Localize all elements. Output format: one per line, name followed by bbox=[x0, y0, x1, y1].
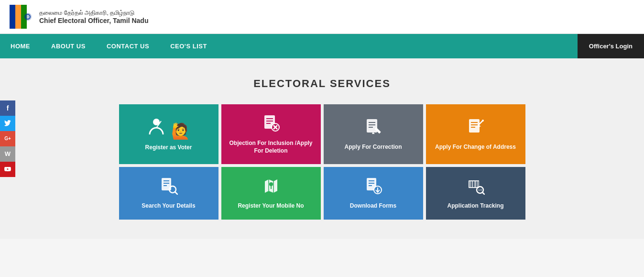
nav-ceos-list[interactable]: CEO'S LIST bbox=[160, 34, 218, 58]
svg-line-51 bbox=[482, 192, 484, 194]
application-tracking-label: Application Tracking bbox=[447, 202, 503, 210]
googleplus-icon[interactable]: G+ bbox=[0, 131, 15, 146]
apply-correction-label: Apply For Correction bbox=[344, 144, 402, 151]
nav-links-group: HOME ABOUT US CONTACT US CEO'S LIST bbox=[0, 34, 218, 58]
card-objection-deletion[interactable]: Objection For Inclusion /Apply For Delet… bbox=[221, 104, 321, 164]
twitter-icon[interactable] bbox=[0, 116, 15, 131]
card-download-forms[interactable]: Download Forms bbox=[324, 167, 423, 220]
register-mobile-label: Register Your Mobile No bbox=[238, 202, 304, 210]
svg-rect-1 bbox=[10, 5, 15, 29]
logo-area: தலைமை தேர்தல் அதிகாரி, தமிழ்நாடு Chief E… bbox=[10, 5, 148, 29]
svg-rect-2 bbox=[15, 5, 21, 29]
register-mobile-icon bbox=[262, 177, 280, 198]
site-header: தலைமை தேர்தல் அதிகாரி, தமிழ்நாடு Chief E… bbox=[0, 0, 644, 34]
services-grid: 🙋 Register as Voter Objection For Inclus… bbox=[119, 104, 525, 220]
svg-line-34 bbox=[175, 192, 177, 194]
objection-deletion-icon bbox=[262, 114, 280, 135]
facebook-icon[interactable]: f bbox=[0, 100, 15, 116]
logo-english-text: Chief Electoral Officer, Tamil Nadu bbox=[39, 17, 148, 24]
main-navbar: HOME ABOUT US CONTACT US CEO'S LIST Offi… bbox=[0, 34, 644, 58]
svg-point-28 bbox=[482, 120, 484, 122]
nav-home[interactable]: HOME bbox=[0, 34, 41, 58]
logo-text: தலைமை தேர்தல் அதிகாரி, தமிழ்நாடு Chief E… bbox=[39, 9, 148, 24]
nav-about[interactable]: ABOUT US bbox=[41, 34, 96, 58]
card-register-voter[interactable]: 🙋 Register as Voter bbox=[119, 104, 218, 164]
svg-point-35 bbox=[269, 182, 273, 186]
address-change-icon bbox=[467, 118, 485, 139]
main-content: ELECTORAL SERVICES 🙋 Register as Voter bbox=[0, 58, 644, 239]
card-address-change[interactable]: Apply For Change of Address bbox=[426, 104, 525, 164]
youtube-icon[interactable] bbox=[0, 162, 15, 177]
wikipedia-icon[interactable]: W bbox=[0, 146, 15, 162]
card-register-mobile[interactable]: Register Your Mobile No bbox=[221, 167, 321, 220]
apply-correction-icon bbox=[364, 118, 382, 139]
register-voter-icon: 🙋 bbox=[147, 117, 190, 139]
search-details-label: Search Your Details bbox=[142, 202, 195, 210]
search-details-icon bbox=[160, 177, 178, 198]
card-search-details[interactable]: Search Your Details bbox=[119, 167, 218, 220]
officer-login-button[interactable]: Officer's Login bbox=[578, 34, 644, 58]
objection-deletion-label: Objection For Inclusion /Apply For Delet… bbox=[226, 140, 316, 155]
register-voter-label: Register as Voter bbox=[145, 144, 192, 152]
logo-icon bbox=[10, 5, 33, 29]
svg-rect-22 bbox=[469, 119, 480, 133]
address-change-label: Apply For Change of Address bbox=[435, 144, 516, 151]
social-sidebar: f G+ W bbox=[0, 100, 15, 177]
svg-text:123: 123 bbox=[478, 188, 482, 191]
svg-rect-16 bbox=[367, 119, 377, 133]
card-application-tracking[interactable]: 123 Application Tracking bbox=[426, 167, 525, 220]
download-forms-icon bbox=[364, 177, 382, 198]
section-title: ELECTORAL SERVICES bbox=[10, 78, 634, 90]
logo-tamil-text: தலைமை தேர்தல் அதிகாரி, தமிழ்நாடு bbox=[39, 9, 148, 17]
nav-contact[interactable]: CONTACT US bbox=[96, 34, 160, 58]
card-apply-correction[interactable]: Apply For Correction bbox=[324, 104, 423, 164]
application-tracking-icon: 123 bbox=[467, 177, 485, 198]
download-forms-label: Download Forms bbox=[350, 202, 396, 210]
